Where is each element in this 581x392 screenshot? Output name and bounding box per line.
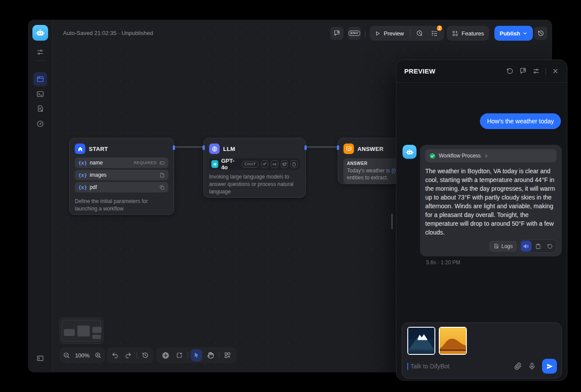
start-var-row-name[interactable]: {x} name REQUIRED <box>75 158 168 168</box>
attachment-thumbnail-sunset[interactable] <box>439 327 467 355</box>
preview-run-button[interactable]: Preview <box>372 30 406 37</box>
check-circle-icon <box>429 153 436 159</box>
change-history-icon <box>142 352 149 359</box>
sidebar <box>28 20 52 372</box>
minimap-node <box>64 329 75 336</box>
sidebar-item-orchestrate[interactable] <box>33 72 47 86</box>
env-button[interactable]: ENV <box>348 27 361 40</box>
start-var-row-images[interactable]: {x} images <box>75 170 168 180</box>
redo-button[interactable] <box>123 349 133 361</box>
minimap-node <box>77 326 90 336</box>
attachment-thumbnail-fuji[interactable] <box>407 327 435 355</box>
annotation-bubble-icon[interactable] <box>519 67 527 75</box>
workflow-process-toggle[interactable]: Workflow Process <box>425 149 556 162</box>
publish-button[interactable]: Publish <box>494 26 533 41</box>
regenerate-button[interactable] <box>544 241 555 252</box>
chat-input[interactable] <box>410 363 508 370</box>
speaker-button[interactable] <box>521 241 532 252</box>
zoom-out-icon[interactable] <box>63 352 70 359</box>
vision-capability <box>261 160 269 168</box>
answer-input-handle[interactable] <box>337 145 339 150</box>
llm-output-handle[interactable] <box>304 145 307 150</box>
add-note-button[interactable] <box>174 349 185 361</box>
var-prefix: {x} <box>78 185 87 190</box>
organize-icon <box>224 352 231 359</box>
bot-message-row: Workflow Process The weather in Boydton,… <box>402 145 562 266</box>
llm-node-icon <box>209 144 220 154</box>
sidebar-item-logs[interactable] <box>33 102 47 116</box>
edge-llm-answer <box>305 147 338 147</box>
logs-label: Logs <box>501 243 513 249</box>
minimap-node <box>92 327 102 333</box>
chevron-right-icon <box>484 154 489 158</box>
start-var-row-pdf[interactable]: {x} pdf <box>75 182 168 192</box>
sidebar-item-tune[interactable] <box>33 45 47 59</box>
checklist-badge: 2 <box>436 24 443 32</box>
node-llm[interactable]: LLM GPT-4o CHAT Invoking large language … <box>203 138 306 198</box>
pointer-mode-button[interactable] <box>191 349 202 361</box>
monitoring-icon <box>36 120 44 128</box>
var-name: images <box>90 172 107 178</box>
logs-icon <box>36 105 44 112</box>
var-prefix: {x} <box>78 172 87 178</box>
history-controls <box>107 347 154 363</box>
start-node-description: Define the initial parameters for launch… <box>70 194 174 218</box>
bot-message-text: The weather in Boydton, VA today is clea… <box>425 167 556 237</box>
document-icon <box>292 162 297 167</box>
start-output-handle[interactable] <box>173 145 175 150</box>
llm-model-row[interactable]: GPT-4o CHAT <box>209 158 300 170</box>
minimap[interactable] <box>60 318 103 344</box>
logs-button[interactable]: Logs <box>490 241 517 252</box>
preview-title: PREVIEW <box>404 67 435 75</box>
hand-mode-button[interactable] <box>205 349 216 361</box>
send-button[interactable] <box>542 359 557 374</box>
edge-start-llm <box>175 147 204 147</box>
checklist-button[interactable]: 2 <box>429 28 440 39</box>
sidebar-item-api[interactable] <box>33 87 47 101</box>
vision-icon <box>262 162 267 167</box>
version-history-button[interactable] <box>534 27 547 40</box>
var-required-tag: REQUIRED <box>134 161 157 165</box>
restart-conversation-icon[interactable] <box>506 67 514 75</box>
answer-bubble-icon <box>346 146 352 152</box>
undo-button[interactable] <box>110 349 120 361</box>
minimap-node <box>92 335 101 339</box>
zoom-level[interactable]: 100% <box>72 352 92 359</box>
features-button[interactable]: Features <box>447 26 489 41</box>
llm-input-handle[interactable] <box>203 145 205 150</box>
sidebar-divider <box>35 60 46 61</box>
sidebar-item-monitoring[interactable] <box>33 117 47 131</box>
app-avatar[interactable] <box>32 25 48 41</box>
run-history-button[interactable] <box>414 28 425 39</box>
start-node-title: START <box>89 146 108 152</box>
mic-icon[interactable] <box>528 362 536 370</box>
paperclip-icon[interactable] <box>514 362 522 370</box>
robot-avatar-icon <box>405 147 414 157</box>
message-meta: 5.6s · 1:20 PM <box>426 259 562 266</box>
speaker-icon <box>523 243 529 249</box>
play-icon <box>375 31 381 36</box>
undo-icon <box>112 352 119 359</box>
regenerate-icon <box>547 243 553 249</box>
annotation-button[interactable] <box>330 27 343 40</box>
change-history-button[interactable] <box>140 349 150 361</box>
add-node-button[interactable] <box>160 349 171 361</box>
preview-header: PREVIEW <box>396 60 567 83</box>
copy-button[interactable] <box>532 241 543 252</box>
collapse-sidebar-icon <box>36 354 44 362</box>
image-capability <box>281 160 288 168</box>
preview-panel: PREVIEW How's the weather today Workflow… <box>396 60 567 381</box>
copy-icon <box>535 243 541 249</box>
canvas-scrollbar[interactable] <box>391 214 393 229</box>
organize-button[interactable] <box>222 349 233 361</box>
composer <box>402 322 562 378</box>
node-start[interactable]: START {x} name REQUIRED {x} images {x} p… <box>69 138 174 215</box>
publish-label: Publish <box>500 30 520 37</box>
openai-icon <box>211 160 218 168</box>
zoom-in-icon[interactable] <box>94 352 102 359</box>
collapse-sidebar-button[interactable] <box>33 351 47 365</box>
answer-node-title: ANSWER <box>357 146 384 152</box>
close-icon[interactable] <box>552 67 559 75</box>
send-icon <box>546 363 553 370</box>
sliders-icon[interactable] <box>532 67 540 75</box>
